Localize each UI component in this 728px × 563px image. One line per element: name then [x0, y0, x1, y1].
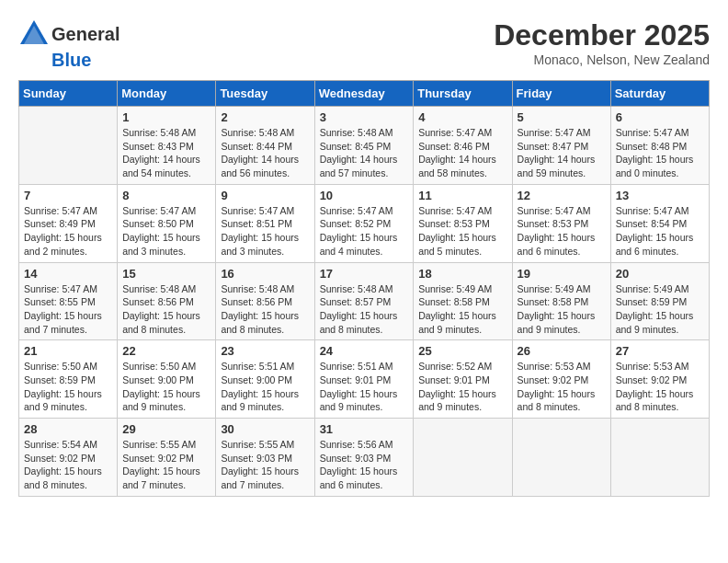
calendar-cell: 22Sunrise: 5:50 AM Sunset: 9:00 PM Dayli… — [118, 340, 216, 419]
page-header: General Blue December 2025 Monaco, Nelso… — [18, 18, 710, 71]
calendar-cell: 16Sunrise: 5:48 AM Sunset: 8:56 PM Dayli… — [216, 262, 314, 340]
header-row: Sunday Monday Tuesday Wednesday Thursday… — [19, 81, 710, 107]
calendar-cell: 28Sunrise: 5:54 AM Sunset: 9:02 PM Dayli… — [19, 419, 118, 497]
calendar-cell — [19, 107, 118, 185]
day-number: 30 — [221, 422, 309, 436]
day-number: 15 — [122, 267, 210, 281]
day-number: 12 — [518, 189, 606, 202]
calendar-cell: 18Sunrise: 5:49 AM Sunset: 8:58 PM Dayli… — [414, 262, 512, 340]
calendar-cell: 12Sunrise: 5:47 AM Sunset: 8:53 PM Dayli… — [512, 184, 610, 262]
day-number: 13 — [616, 189, 704, 202]
day-info: Sunrise: 5:55 AM Sunset: 9:02 PM Dayligh… — [122, 438, 210, 492]
day-info: Sunrise: 5:50 AM Sunset: 9:00 PM Dayligh… — [122, 360, 210, 414]
title-section: December 2025 Monaco, Nelson, New Zealan… — [494, 18, 710, 67]
calendar-cell: 13Sunrise: 5:47 AM Sunset: 8:54 PM Dayli… — [610, 184, 709, 262]
calendar-cell — [610, 419, 709, 497]
header-tuesday: Tuesday — [216, 81, 314, 107]
day-info: Sunrise: 5:47 AM Sunset: 8:53 PM Dayligh… — [418, 204, 506, 259]
calendar-header: Sunday Monday Tuesday Wednesday Thursday… — [19, 81, 710, 107]
day-info: Sunrise: 5:47 AM Sunset: 8:49 PM Dayligh… — [24, 204, 112, 259]
calendar-cell: 6Sunrise: 5:47 AM Sunset: 8:48 PM Daylig… — [610, 107, 709, 185]
calendar-cell — [414, 419, 512, 497]
day-info: Sunrise: 5:48 AM Sunset: 8:43 PM Dayligh… — [122, 126, 210, 180]
calendar-cell: 24Sunrise: 5:51 AM Sunset: 9:01 PM Dayli… — [314, 340, 414, 419]
calendar-cell: 2Sunrise: 5:48 AM Sunset: 8:44 PM Daylig… — [216, 107, 314, 185]
day-number: 17 — [320, 267, 409, 281]
day-info: Sunrise: 5:51 AM Sunset: 9:00 PM Dayligh… — [221, 360, 309, 414]
day-info: Sunrise: 5:47 AM Sunset: 8:55 PM Dayligh… — [24, 282, 112, 337]
logo: General Blue — [18, 18, 119, 71]
day-info: Sunrise: 5:48 AM Sunset: 8:45 PM Dayligh… — [320, 126, 409, 180]
calendar-cell: 23Sunrise: 5:51 AM Sunset: 9:00 PM Dayli… — [216, 340, 314, 419]
day-number: 25 — [418, 344, 506, 358]
calendar-cell: 17Sunrise: 5:48 AM Sunset: 8:57 PM Dayli… — [314, 262, 414, 340]
day-number: 16 — [221, 267, 309, 281]
calendar-week-3: 21Sunrise: 5:50 AM Sunset: 8:59 PM Dayli… — [19, 340, 710, 419]
header-thursday: Thursday — [414, 81, 512, 107]
day-number: 23 — [221, 344, 309, 358]
month-title: December 2025 — [494, 18, 710, 52]
day-info: Sunrise: 5:53 AM Sunset: 9:02 PM Dayligh… — [616, 360, 704, 414]
day-number: 26 — [518, 344, 606, 358]
calendar-cell: 1Sunrise: 5:48 AM Sunset: 8:43 PM Daylig… — [118, 107, 216, 185]
calendar-week-1: 7Sunrise: 5:47 AM Sunset: 8:49 PM Daylig… — [19, 184, 710, 262]
calendar-cell: 7Sunrise: 5:47 AM Sunset: 8:49 PM Daylig… — [19, 184, 118, 262]
calendar-week-4: 28Sunrise: 5:54 AM Sunset: 9:02 PM Dayli… — [19, 419, 710, 497]
day-info: Sunrise: 5:47 AM Sunset: 8:50 PM Dayligh… — [122, 204, 210, 259]
day-number: 27 — [616, 344, 704, 358]
calendar-cell: 29Sunrise: 5:55 AM Sunset: 9:02 PM Dayli… — [118, 419, 216, 497]
calendar-cell — [512, 419, 610, 497]
calendar-cell: 8Sunrise: 5:47 AM Sunset: 8:50 PM Daylig… — [118, 184, 216, 262]
day-number: 31 — [320, 422, 409, 436]
location-text: Monaco, Nelson, New Zealand — [494, 52, 710, 67]
day-info: Sunrise: 5:49 AM Sunset: 8:58 PM Dayligh… — [518, 282, 606, 337]
header-wednesday: Wednesday — [314, 81, 414, 107]
calendar-cell: 30Sunrise: 5:55 AM Sunset: 9:03 PM Dayli… — [216, 419, 314, 497]
day-info: Sunrise: 5:48 AM Sunset: 8:57 PM Dayligh… — [320, 282, 409, 337]
calendar-cell: 20Sunrise: 5:49 AM Sunset: 8:59 PM Dayli… — [610, 262, 709, 340]
day-info: Sunrise: 5:47 AM Sunset: 8:52 PM Dayligh… — [320, 204, 409, 259]
calendar-cell: 19Sunrise: 5:49 AM Sunset: 8:58 PM Dayli… — [512, 262, 610, 340]
calendar-body: 1Sunrise: 5:48 AM Sunset: 8:43 PM Daylig… — [19, 107, 710, 497]
day-number: 6 — [616, 110, 704, 124]
calendar-week-0: 1Sunrise: 5:48 AM Sunset: 8:43 PM Daylig… — [19, 107, 710, 185]
day-number: 8 — [122, 189, 210, 202]
day-number: 9 — [221, 189, 309, 202]
day-number: 7 — [24, 189, 112, 202]
calendar-cell: 14Sunrise: 5:47 AM Sunset: 8:55 PM Dayli… — [19, 262, 118, 340]
header-saturday: Saturday — [610, 81, 709, 107]
calendar-cell: 4Sunrise: 5:47 AM Sunset: 8:46 PM Daylig… — [414, 107, 512, 185]
calendar-cell: 9Sunrise: 5:47 AM Sunset: 8:51 PM Daylig… — [216, 184, 314, 262]
day-number: 20 — [616, 267, 704, 281]
day-number: 5 — [518, 110, 606, 124]
header-monday: Monday — [118, 81, 216, 107]
day-number: 19 — [518, 267, 606, 281]
day-info: Sunrise: 5:47 AM Sunset: 8:48 PM Dayligh… — [616, 126, 704, 180]
day-number: 24 — [320, 344, 409, 358]
calendar-cell: 27Sunrise: 5:53 AM Sunset: 9:02 PM Dayli… — [610, 340, 709, 419]
calendar-cell: 26Sunrise: 5:53 AM Sunset: 9:02 PM Dayli… — [512, 340, 610, 419]
day-info: Sunrise: 5:47 AM Sunset: 8:54 PM Dayligh… — [616, 204, 704, 259]
day-number: 29 — [122, 422, 210, 436]
calendar-cell: 21Sunrise: 5:50 AM Sunset: 8:59 PM Dayli… — [19, 340, 118, 419]
day-info: Sunrise: 5:52 AM Sunset: 9:01 PM Dayligh… — [418, 360, 506, 414]
day-number: 4 — [418, 110, 506, 124]
day-number: 2 — [221, 110, 309, 124]
day-info: Sunrise: 5:49 AM Sunset: 8:58 PM Dayligh… — [418, 282, 506, 337]
day-number: 10 — [320, 189, 409, 202]
calendar-week-2: 14Sunrise: 5:47 AM Sunset: 8:55 PM Dayli… — [19, 262, 710, 340]
day-info: Sunrise: 5:49 AM Sunset: 8:59 PM Dayligh… — [616, 282, 704, 337]
calendar-cell: 11Sunrise: 5:47 AM Sunset: 8:53 PM Dayli… — [414, 184, 512, 262]
day-info: Sunrise: 5:48 AM Sunset: 8:56 PM Dayligh… — [122, 282, 210, 337]
day-info: Sunrise: 5:47 AM Sunset: 8:47 PM Dayligh… — [518, 126, 606, 180]
day-number: 18 — [418, 267, 506, 281]
day-info: Sunrise: 5:47 AM Sunset: 8:53 PM Dayligh… — [518, 204, 606, 259]
logo-blue-text: Blue — [51, 50, 91, 71]
calendar-table: Sunday Monday Tuesday Wednesday Thursday… — [18, 80, 710, 497]
day-info: Sunrise: 5:54 AM Sunset: 9:02 PM Dayligh… — [24, 438, 112, 492]
day-number: 21 — [24, 344, 112, 358]
day-number: 28 — [24, 422, 112, 436]
day-info: Sunrise: 5:47 AM Sunset: 8:51 PM Dayligh… — [221, 204, 309, 259]
day-info: Sunrise: 5:48 AM Sunset: 8:56 PM Dayligh… — [221, 282, 309, 337]
day-number: 14 — [24, 267, 112, 281]
